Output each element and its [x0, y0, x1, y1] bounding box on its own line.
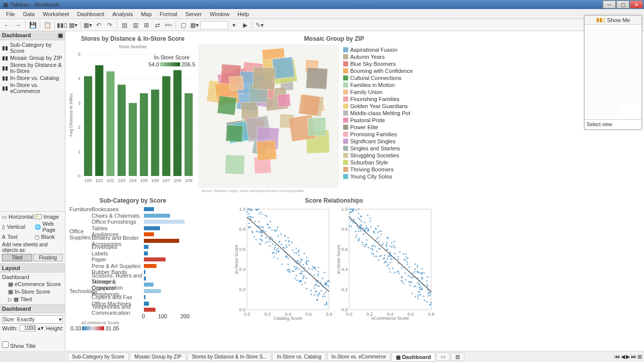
forward-icon[interactable]: → — [13, 21, 23, 30]
show-title-checkbox[interactable] — [2, 341, 9, 348]
chart-scatter-icon[interactable]: ▦▾ — [68, 21, 78, 30]
obj-horizontal[interactable]: ▭ Horizontal — [2, 214, 34, 220]
obj-blank[interactable]: ▢ Blank — [35, 234, 63, 240]
dropdown-icon[interactable]: ▾ — [229, 21, 239, 30]
menu-window[interactable]: Window — [206, 10, 233, 18]
close-button[interactable]: ✕ — [630, 1, 643, 9]
sheet-item[interactable]: ▮▮In-Store vs. Catalog — [1, 74, 64, 81]
menu-map[interactable]: Map — [137, 10, 155, 18]
chart-type[interactable] — [587, 66, 604, 78]
menu-dashboard[interactable]: Dashboard — [73, 10, 108, 18]
group-icon[interactable]: ⊞ — [141, 21, 151, 30]
chart-type[interactable] — [622, 79, 639, 91]
chart-type[interactable] — [587, 92, 604, 104]
play-icon[interactable]: ▶ — [240, 21, 250, 30]
nav-last-icon[interactable]: ⏭ — [631, 353, 636, 360]
nav-prev-icon[interactable]: ◀ — [621, 353, 625, 360]
highlight-icon[interactable]: ✎▾ — [255, 21, 265, 30]
tab-active[interactable]: ▦ Dashboard — [391, 352, 435, 361]
sheet-item[interactable]: ▮▮In-Store vs. eCommerce — [1, 81, 64, 95]
chart-type[interactable] — [605, 66, 622, 78]
nav-next-icon[interactable]: ▶ — [626, 353, 630, 360]
menu-format[interactable]: Format — [156, 10, 182, 18]
tree-item[interactable]: ▦ In-Store Score — [1, 288, 64, 296]
undo-icon[interactable]: ↶ — [94, 21, 104, 30]
tiled-button[interactable]: Tiled — [2, 254, 32, 261]
menu-data[interactable]: Data — [19, 10, 39, 18]
viz-bars[interactable]: Stores by Distance & In-Store Score Stor… — [67, 33, 198, 194]
toolbar-input[interactable] — [200, 21, 228, 29]
viz-subcat[interactable]: Sub-Category by Score FurnitureBookcases… — [67, 195, 198, 325]
chart-type[interactable] — [587, 27, 604, 39]
chart-bar-icon[interactable]: ▮▮▯ — [57, 21, 67, 30]
chart-type[interactable] — [605, 53, 622, 65]
tab[interactable]: In-Store vs. eCommerce — [327, 352, 390, 361]
svg-text:In-Store Score: In-Store Score — [336, 245, 341, 274]
tree-item[interactable]: ▦ eCommerce Score — [1, 281, 64, 288]
chart-type[interactable] — [605, 40, 622, 52]
pin-icon[interactable]: ▣ — [58, 32, 63, 39]
maximize-button[interactable]: ▢ — [616, 1, 629, 9]
tab[interactable]: In-Store vs. Catalog — [272, 352, 326, 361]
back-icon[interactable]: ← — [2, 21, 12, 30]
size-dropdown[interactable]: Size: Exactly▾ — [2, 315, 63, 324]
chart-type[interactable] — [587, 79, 604, 91]
tab-layout1[interactable]: ▭ — [436, 352, 450, 361]
svg-point-287 — [295, 268, 296, 270]
redo-icon[interactable]: ↷ — [105, 21, 115, 30]
svg-point-506 — [383, 262, 385, 263]
menu-analysis[interactable]: Analysis — [108, 10, 137, 18]
menu-file[interactable]: File — [2, 10, 19, 18]
menu-help[interactable]: Help — [233, 10, 253, 18]
chart-type[interactable] — [587, 105, 604, 117]
grid-icon[interactable]: ▦▾ — [83, 21, 93, 30]
obj-webpage[interactable]: 🌐 Web Page — [35, 221, 63, 233]
tree-item[interactable]: ▷ ▦ Tiled — [1, 296, 64, 303]
viz-scatter[interactable]: Score Relationships 0.00.20.40.60.81.00.… — [198, 195, 470, 325]
tab[interactable]: Sub-Category by Score — [67, 352, 129, 361]
box-icon[interactable]: ▢ — [178, 21, 188, 30]
paste-icon[interactable]: 📋 — [42, 21, 52, 30]
tab-layout2[interactable]: ▥ — [451, 352, 464, 361]
floating-button[interactable]: Floating — [33, 254, 63, 261]
width-input[interactable] — [20, 325, 36, 331]
tab[interactable]: Mosaic Group by ZIP — [130, 352, 186, 361]
svg-point-413 — [354, 222, 356, 223]
obj-text[interactable]: A Text — [2, 234, 34, 240]
chart-type[interactable] — [622, 27, 639, 39]
abc-icon[interactable]: Abc — [164, 21, 174, 30]
chart-type[interactable] — [605, 79, 622, 91]
viz-map[interactable]: Mosaic Group by ZIP Aspirational FusionA… — [198, 33, 470, 194]
chart-type[interactable] — [605, 27, 622, 39]
menu-worksheet[interactable]: Worksheet — [39, 10, 73, 18]
chart-type[interactable] — [622, 66, 639, 78]
nav-menu-icon[interactable]: ⊞ — [637, 353, 642, 360]
svg-point-259 — [277, 235, 279, 237]
save-icon[interactable]: 💾 — [28, 21, 38, 30]
chart-type[interactable] — [622, 92, 639, 104]
nav-first-icon[interactable]: ⏮ — [614, 353, 620, 360]
tree-root[interactable]: Dashboard — [1, 274, 64, 281]
chart-type[interactable] — [622, 53, 639, 65]
obj-vertical[interactable]: ▯ Vertical — [2, 221, 34, 233]
link-icon[interactable]: ⇄ — [152, 21, 163, 30]
chart-type[interactable] — [587, 40, 604, 52]
svg-point-421 — [418, 291, 419, 292]
dashboard-canvas[interactable]: Stores by Distance & In-Store Score Stor… — [65, 31, 644, 351]
obj-image[interactable]: Image — [35, 214, 63, 220]
sort-asc-icon[interactable]: ▤ — [119, 21, 129, 30]
sort-desc-icon[interactable]: ▥ — [130, 21, 140, 30]
minimize-button[interactable]: ─ — [603, 1, 616, 9]
chart-type[interactable] — [587, 53, 604, 65]
menu-server[interactable]: Server — [181, 10, 205, 18]
chart-type[interactable] — [605, 105, 622, 117]
sheet-item[interactable]: ▮▮Sub-Category by Score — [1, 41, 64, 54]
grid2-icon[interactable]: ▦▾ — [189, 21, 199, 30]
tab[interactable]: Stores by Distance & In-Store S... — [187, 352, 272, 361]
sheet-item[interactable]: ▮▮Stores by Distance & In-Store — [1, 61, 64, 74]
chart-type[interactable] — [605, 92, 622, 104]
svg-point-463 — [407, 263, 408, 265]
sheet-item[interactable]: ▮▮Mosaic Group by ZIP — [1, 54, 64, 61]
stepper-icon[interactable]: ▴▾ — [38, 325, 44, 331]
chart-type[interactable] — [622, 40, 639, 52]
